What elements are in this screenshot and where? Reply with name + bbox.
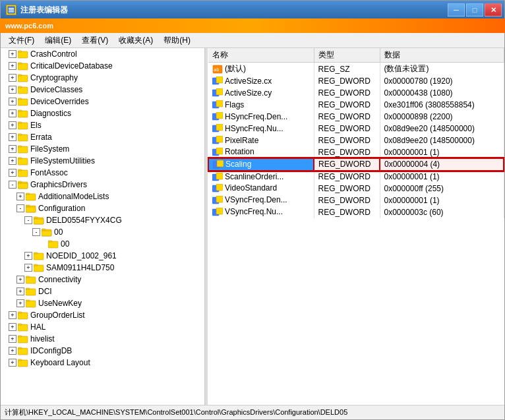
menu-favorites[interactable]: 收藏夹(A) bbox=[113, 34, 158, 47]
expand-btn[interactable]: + bbox=[9, 323, 16, 331]
entry-name: Rotation bbox=[225, 147, 254, 156]
collapse-btn[interactable]: - bbox=[32, 228, 40, 236]
expand-btn[interactable]: + bbox=[24, 252, 32, 260]
svg-rect-56 bbox=[18, 336, 28, 343]
svg-rect-61 bbox=[18, 359, 22, 361]
tree-item[interactable]: + hivelist bbox=[1, 333, 204, 345]
expand-btn[interactable]: + bbox=[9, 359, 16, 367]
tree-item[interactable]: + HAL bbox=[1, 321, 204, 333]
tree-panel[interactable]: + CrashControl + CriticalDeviceDatabase … bbox=[1, 48, 205, 405]
expand-btn[interactable]: + bbox=[16, 193, 24, 200]
expand-btn[interactable]: + bbox=[9, 169, 16, 177]
cell-type: REG_DWORD bbox=[314, 75, 380, 87]
table-row[interactable]: ScanlineOrderi...REG_DWORD0x00000001 (1) bbox=[208, 171, 504, 183]
tree-item[interactable]: - DELD0554FYYX4CG bbox=[1, 214, 204, 226]
tree-item[interactable]: + IDConfigDB bbox=[1, 345, 204, 357]
tree-item[interactable]: + Keyboard Layout bbox=[1, 357, 204, 369]
expand-btn[interactable]: + bbox=[9, 133, 16, 141]
cell-data: 0x00000001 (1) bbox=[380, 195, 504, 206]
tree-item[interactable]: - 00 bbox=[1, 226, 204, 238]
tree-item[interactable]: + AdditionalModeLists bbox=[1, 191, 204, 202]
table-row[interactable]: HSyncFreq.Den...REG_DWORD0x00000898 (220… bbox=[208, 111, 504, 123]
cell-type: REG_DWORD bbox=[314, 158, 380, 171]
table-row[interactable]: ScalingREG_DWORD0x00000004 (4) bbox=[208, 158, 504, 171]
tree-item[interactable]: + CrashControl bbox=[1, 48, 204, 60]
expand-btn[interactable]: + bbox=[9, 74, 16, 82]
tree-scroll[interactable]: + CrashControl + CriticalDeviceDatabase … bbox=[1, 48, 204, 405]
expand-btn[interactable]: + bbox=[16, 287, 24, 295]
tree-item[interactable]: + UseNewKey bbox=[1, 297, 204, 309]
tree-label: GroupOrderList bbox=[30, 311, 85, 320]
table-row[interactable]: RotationREG_DWORD0x00000001 (1) bbox=[208, 146, 504, 158]
cell-data: 0x0000003c (60) bbox=[380, 206, 504, 218]
expand-btn[interactable]: + bbox=[9, 311, 16, 319]
table-row[interactable]: VideoStandardREG_DWORD0x000000ff (255) bbox=[208, 183, 504, 195]
tree-item[interactable]: + Els bbox=[1, 119, 204, 131]
tree-item[interactable]: + Errata bbox=[1, 131, 204, 143]
tree-item[interactable]: + Cryptography bbox=[1, 72, 204, 84]
cell-type: REG_DWORD bbox=[314, 206, 380, 218]
tree-item[interactable]: - Configuration bbox=[1, 202, 204, 214]
expand-btn[interactable]: + bbox=[9, 145, 16, 153]
svg-rect-42 bbox=[34, 253, 44, 260]
menu-edit[interactable]: 编辑(E) bbox=[40, 34, 76, 47]
collapse-btn[interactable]: - bbox=[24, 216, 32, 224]
tree-item[interactable]: + FileSystem bbox=[1, 143, 204, 155]
tree-item[interactable]: + DeviceClasses bbox=[1, 84, 204, 96]
tree-item[interactable]: + CriticalDeviceDatabase bbox=[1, 60, 204, 72]
expand-btn[interactable]: + bbox=[9, 121, 16, 129]
table-row[interactable]: ActiveSize.cyREG_DWORD0x00000438 (1080) bbox=[208, 87, 504, 99]
main-panel[interactable]: 名称 类型 数据 ab (默认)REG_SZ(数值未设置) ActiveSize… bbox=[208, 48, 504, 405]
expand-btn[interactable]: + bbox=[9, 109, 16, 117]
menu-view[interactable]: 查看(V) bbox=[76, 34, 113, 47]
tree-item[interactable]: + Connectivity bbox=[1, 274, 204, 285]
table-row[interactable]: HSyncFreq.Nu...REG_DWORD0x08d9ee20 (1485… bbox=[208, 123, 504, 135]
expand-btn[interactable]: + bbox=[9, 62, 16, 70]
collapse-btn[interactable]: - bbox=[9, 181, 16, 189]
tree-item[interactable]: 00 bbox=[1, 238, 204, 250]
table-row[interactable]: FlagsREG_DWORD0xe301ff06 (3808558854) bbox=[208, 99, 504, 111]
svg-rect-67 bbox=[216, 88, 223, 95]
svg-rect-79 bbox=[217, 160, 223, 167]
tree-item[interactable]: + SAM0911H4LD750 bbox=[1, 262, 204, 274]
expand-btn[interactable]: + bbox=[9, 347, 16, 355]
tree-item[interactable]: + GroupOrderList bbox=[1, 309, 204, 321]
svg-rect-29 bbox=[26, 194, 36, 200]
cell-data: 0x00000780 (1920) bbox=[380, 75, 504, 87]
table-row[interactable]: VSyncFreq.Nu...REG_DWORD0x0000003c (60) bbox=[208, 206, 504, 218]
table-row[interactable]: PixelRateREG_DWORD0x08d9ee20 (148500000) bbox=[208, 135, 504, 146]
table-row[interactable]: ActiveSize.cxREG_DWORD0x00000780 (1920) bbox=[208, 75, 504, 87]
cell-name: VSyncFreq.Den... bbox=[208, 195, 314, 206]
expand-btn[interactable]: + bbox=[24, 264, 32, 272]
minimize-button[interactable]: ─ bbox=[448, 3, 465, 16]
tree-label: FontAssoc bbox=[30, 168, 68, 177]
svg-rect-24 bbox=[18, 170, 28, 177]
table-row[interactable]: ab (默认)REG_SZ(数值未设置) bbox=[208, 63, 504, 76]
expand-btn[interactable]: + bbox=[16, 276, 24, 284]
menu-file[interactable]: 文件(F) bbox=[3, 34, 40, 47]
cell-data: 0x08d9ee20 (148500000) bbox=[380, 123, 504, 135]
svg-rect-2 bbox=[9, 10, 14, 11]
menu-help[interactable]: 帮助(H) bbox=[158, 34, 196, 47]
table-row[interactable]: VSyncFreq.Den...REG_DWORD0x00000001 (1) bbox=[208, 195, 504, 206]
close-button[interactable]: ✕ bbox=[485, 3, 502, 16]
tree-item[interactable]: + DCI bbox=[1, 285, 204, 297]
tree-item[interactable]: + FontAssoc bbox=[1, 167, 204, 179]
tree-item[interactable]: - GraphicsDrivers bbox=[1, 179, 204, 191]
tree-item[interactable]: + Diagnostics bbox=[1, 107, 204, 119]
tree-item[interactable]: + DeviceOverrides bbox=[1, 96, 204, 107]
expand-btn[interactable]: + bbox=[16, 299, 24, 307]
expand-btn[interactable]: + bbox=[9, 98, 16, 105]
expand-btn[interactable]: + bbox=[9, 335, 16, 343]
expand-btn[interactable]: + bbox=[9, 86, 16, 94]
maximize-button[interactable]: □ bbox=[466, 3, 483, 16]
expand-btn[interactable]: + bbox=[9, 50, 16, 58]
tree-item[interactable]: + NOEDID_1002_961 bbox=[1, 250, 204, 262]
svg-rect-77 bbox=[216, 148, 223, 154]
tree-label: Keyboard Layout bbox=[30, 358, 90, 367]
tree-label: CrashControl bbox=[30, 49, 77, 59]
tree-item[interactable]: + FileSystemUtilities bbox=[1, 155, 204, 167]
collapse-btn[interactable]: - bbox=[16, 204, 24, 212]
expand-btn[interactable]: + bbox=[9, 157, 16, 165]
tree-label: SAM0911H4LD750 bbox=[46, 263, 114, 272]
